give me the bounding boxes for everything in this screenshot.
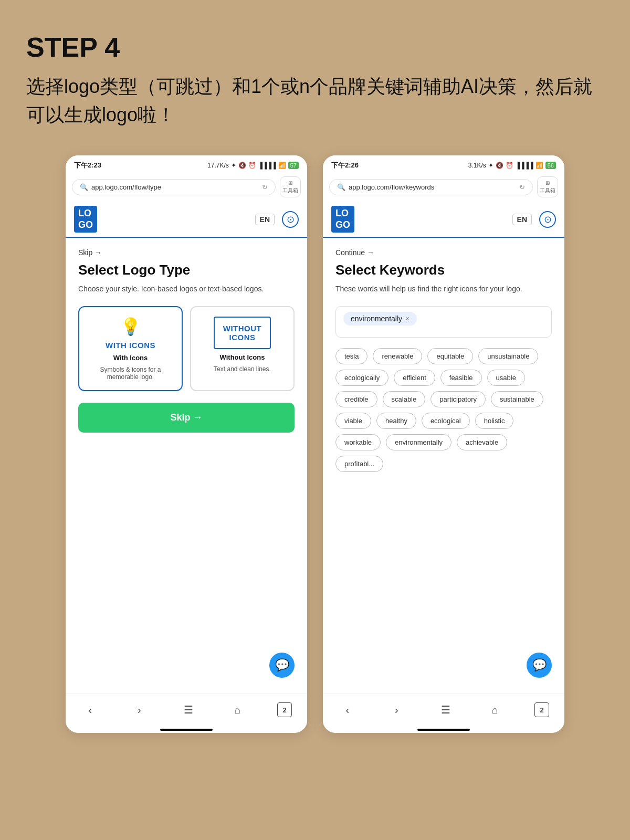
lang-btn-left[interactable]: EN (255, 214, 275, 225)
url-text-right: app.logo.com/flow/keywords (349, 183, 516, 191)
url-input-left[interactable]: 🔍 app.logo.com/flow/type ↻ (72, 179, 276, 195)
search-icon-left: 🔍 (80, 183, 88, 191)
time-right: 下午2:26 (331, 161, 359, 170)
user-icon-right[interactable]: ⊙ (539, 211, 556, 228)
kw-credible[interactable]: credible (335, 391, 377, 407)
card-without-icons-desc: Text and clean lines. (214, 365, 271, 373)
page-heading-right: Select Keywords (335, 262, 552, 278)
phones-container: 下午2:23 17.7K/s ✦ 🔇 ⏰ ▐▐▐▐ 📶 57 🔍 app.log… (26, 155, 604, 733)
kw-ecological[interactable]: ecological (422, 413, 470, 429)
kw-workable[interactable]: workable (335, 434, 381, 450)
bottom-bar-right (417, 729, 470, 731)
page-content-right: Continue → Select Keywords These words w… (323, 238, 564, 694)
url-bar-left: 🔍 app.logo.com/flow/type ↻ ⊞ 工具箱 (66, 172, 307, 202)
refresh-icon-left: ↻ (262, 183, 268, 191)
url-input-right[interactable]: 🔍 app.logo.com/flow/keywords ↻ (329, 179, 533, 195)
without-icon-box: WITHOUTICONS (214, 317, 271, 349)
skip-link-left[interactable]: Skip → (78, 248, 295, 257)
url-text-left: app.logo.com/flow/type (91, 183, 259, 191)
status-icons-right: 3.1K/s ✦ 🔇 ⏰ ▐▐▐▐ 📶 56 (468, 162, 556, 169)
status-bar-right: 下午2:26 3.1K/s ✦ 🔇 ⏰ ▐▐▐▐ 📶 56 (323, 155, 564, 172)
menu-btn-left[interactable]: ☰ (179, 700, 198, 719)
kw-viable[interactable]: viable (335, 413, 371, 429)
search-icon-right: 🔍 (337, 183, 345, 191)
time-left: 下午2:23 (74, 161, 101, 170)
bulb-icon: 💡 (120, 317, 141, 337)
forward-btn-left[interactable]: › (130, 700, 149, 719)
nav-right-left: EN ⊙ (255, 211, 299, 228)
home-btn-right[interactable]: ⌂ (486, 700, 505, 719)
kw-ecologically[interactable]: ecologically (335, 370, 388, 386)
logo-badge-right: LO GO (331, 206, 354, 233)
kw-sustainable[interactable]: sustainable (491, 391, 543, 407)
skip-button[interactable]: Skip → (78, 403, 295, 433)
continue-link-right[interactable]: Continue → (335, 248, 552, 257)
toolbar-btn-left[interactable]: ⊞ 工具箱 (280, 176, 301, 197)
nav-bar-right: LO GO EN ⊙ (323, 202, 564, 238)
card-without-icons-title: Without Icons (220, 353, 265, 361)
step-description: 选择logo类型（可跳过）和1个或n个品牌关键词辅助AI决策，然后就可以生成lo… (26, 72, 604, 129)
card-with-icons-label: WITH ICONS (106, 341, 155, 350)
toolbar-icon-left: ⊞ (288, 180, 292, 186)
url-bar-right: 🔍 app.logo.com/flow/keywords ↻ ⊞ 工具箱 (323, 172, 564, 202)
kw-feasible[interactable]: feasible (440, 370, 482, 386)
tabs-btn-left[interactable]: 2 (277, 702, 292, 717)
keywords-grid: tesla renewable equitable unsustainable … (335, 348, 552, 472)
phone-right: 下午2:26 3.1K/s ✦ 🔇 ⏰ ▐▐▐▐ 📶 56 🔍 app.logo… (323, 155, 564, 733)
toolbar-btn-right[interactable]: ⊞ 工具箱 (537, 176, 558, 197)
kw-efficient[interactable]: efficient (394, 370, 435, 386)
card-with-icons-desc: Symbols & icons for a memorable logo. (87, 366, 174, 381)
kw-profitable[interactable]: profitabl... (335, 456, 383, 472)
page-heading-left: Select Logo Type (78, 262, 295, 278)
status-bar-left: 下午2:23 17.7K/s ✦ 🔇 ⏰ ▐▐▐▐ 📶 57 (66, 155, 307, 172)
refresh-icon-right: ↻ (519, 183, 525, 191)
kw-renewable[interactable]: renewable (373, 348, 422, 364)
back-btn-right[interactable]: ‹ (338, 700, 357, 719)
network-right: 3.1K/s (468, 162, 486, 169)
type-cards: 💡 WITH ICONS With Icons Symbols & icons … (78, 306, 295, 391)
forward-btn-right[interactable]: › (387, 700, 406, 719)
kw-healthy[interactable]: healthy (376, 413, 416, 429)
bottom-nav-left: ‹ › ☰ ⌂ 2 (66, 694, 307, 729)
keyword-input-area[interactable]: environmentally × (335, 306, 552, 338)
user-icon-left[interactable]: ⊙ (282, 211, 299, 228)
logo-badge-left: LO GO (74, 206, 97, 233)
nav-bar-left: LO GO EN ⊙ (66, 202, 307, 238)
kw-scalable[interactable]: scalable (383, 391, 426, 407)
page-subtext-left: Choose your style. Icon-based logos or t… (78, 284, 295, 295)
remove-keyword-btn[interactable]: × (405, 314, 410, 323)
back-btn-left[interactable]: ‹ (81, 700, 100, 719)
tabs-btn-right[interactable]: 2 (534, 702, 549, 717)
phone-left: 下午2:23 17.7K/s ✦ 🔇 ⏰ ▐▐▐▐ 📶 57 🔍 app.log… (66, 155, 307, 733)
kw-holistic[interactable]: holistic (475, 413, 514, 429)
chat-bubble-right[interactable]: 💬 (527, 653, 552, 678)
page-subtext-right: These words will help us find the right … (335, 284, 552, 295)
toolbar-icon-right: ⊞ (545, 180, 550, 186)
home-btn-left[interactable]: ⌂ (228, 700, 247, 719)
menu-btn-right[interactable]: ☰ (436, 700, 455, 719)
kw-usable[interactable]: usable (487, 370, 525, 386)
kw-participatory[interactable]: participatory (430, 391, 486, 407)
kw-unsustainable[interactable]: unsustainable (478, 348, 538, 364)
status-icons-left: 17.7K/s ✦ 🔇 ⏰ ▐▐▐▐ 📶 57 (207, 162, 299, 169)
network-left: 17.7K/s (207, 162, 229, 169)
kw-achievable[interactable]: achievable (457, 434, 507, 450)
bottom-bar-left (160, 729, 213, 731)
kw-environmentally[interactable]: environmentally (386, 434, 452, 450)
bottom-nav-right: ‹ › ☰ ⌂ 2 (323, 694, 564, 729)
page-content-left: Skip → Select Logo Type Choose your styl… (66, 238, 307, 694)
lang-btn-right[interactable]: EN (512, 214, 532, 225)
kw-equitable[interactable]: equitable (427, 348, 473, 364)
card-without-icons[interactable]: WITHOUTICONS Without Icons Text and clea… (190, 306, 295, 391)
card-with-icons[interactable]: 💡 WITH ICONS With Icons Symbols & icons … (78, 306, 183, 391)
nav-right-right: EN ⊙ (512, 211, 556, 228)
selected-keyword-tag[interactable]: environmentally × (343, 312, 417, 326)
step-title: STEP 4 (26, 32, 604, 63)
kw-tesla[interactable]: tesla (335, 348, 368, 364)
chat-bubble-left[interactable]: 💬 (269, 653, 295, 678)
card-with-icons-title: With Icons (113, 354, 148, 362)
